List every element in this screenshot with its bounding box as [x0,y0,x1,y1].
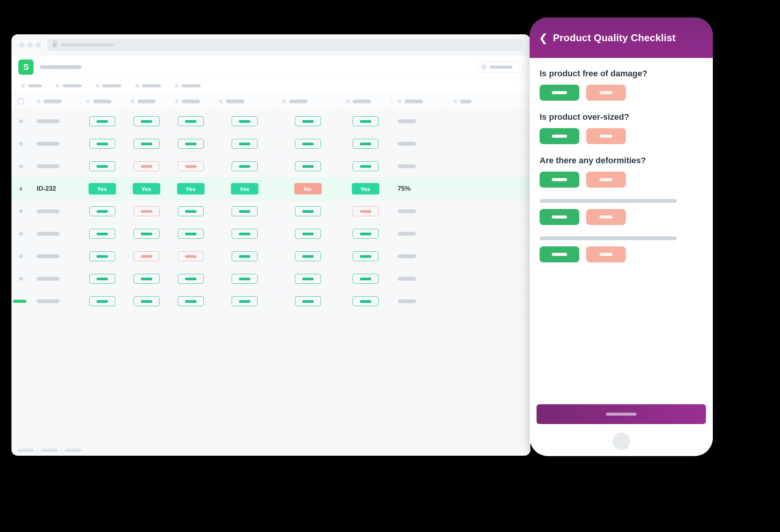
answer-yes-button[interactable] [540,172,579,188]
browser-chrome [11,34,530,56]
status-tag [134,296,160,306]
status-tag [178,206,204,216]
question-text: Are there any deformities? [540,156,703,166]
status-tag [353,251,379,261]
row-index-placeholder [19,254,23,258]
row-score: 75% [398,185,411,193]
status-segment [65,449,82,452]
status-tag [353,161,379,171]
column-header[interactable] [137,100,156,103]
row-score-placeholder [398,232,416,236]
table-row-active[interactable]: 4 ID-232 Yes Yes Yes Yes No Yes 75% [11,178,530,200]
table-row[interactable] [11,290,530,313]
submit-button[interactable] [537,404,706,424]
table-row[interactable] [11,133,530,155]
table-row[interactable] [11,200,530,223]
account-menu[interactable] [478,61,524,73]
status-tag [295,161,321,171]
app-title-placeholder [40,65,82,69]
status-tag [353,139,379,149]
status-tag [353,206,379,216]
column-header[interactable] [44,100,62,103]
column-header[interactable] [289,100,308,103]
column-header[interactable] [353,100,371,103]
answer-yes-button[interactable] [540,85,579,101]
status-tag [134,139,160,149]
status-tag [295,296,321,306]
row-score-placeholder [398,164,416,168]
status-tag [178,139,204,149]
account-name-placeholder [490,66,512,69]
answer-no-button[interactable] [586,172,626,188]
row-id-placeholder [37,254,60,258]
answer-no-button[interactable] [586,209,626,225]
status-tag [178,229,204,239]
status-tag [89,161,115,171]
column-header[interactable] [93,100,111,103]
answer-yes-button[interactable] [540,209,579,225]
table-row[interactable] [11,268,530,290]
toolbar-item[interactable] [175,84,201,88]
row-id-placeholder [37,277,60,281]
status-tag [232,229,258,239]
maximize-icon[interactable] [36,42,41,48]
column-icon [37,100,40,103]
status-badge: No [294,183,322,194]
browser-window: S [11,34,530,456]
status-segment [41,449,58,452]
table-row[interactable] [11,223,530,245]
answer-no-button[interactable] [586,85,626,101]
toolbar [11,79,530,93]
status-badge: Yes [231,183,258,194]
select-all-checkbox[interactable] [18,98,24,104]
mobile-title: Product Quality Checklist [553,32,675,44]
toolbar-item[interactable] [135,84,161,88]
status-tag [89,116,115,126]
row-score-placeholder [398,209,416,213]
status-bar [11,445,530,456]
row-id-placeholder [37,119,60,123]
active-indicator [13,300,26,303]
status-badge: Yes [352,183,379,194]
status-tag [89,274,115,284]
column-header[interactable] [182,100,200,103]
row-score-placeholder [398,299,416,303]
row-id-placeholder [37,142,60,146]
table-row[interactable] [11,155,530,178]
status-tag [232,274,258,284]
table-row[interactable] [11,110,530,133]
back-icon[interactable]: ❮ [539,32,548,44]
row-index-placeholder [19,232,23,236]
avatar [481,64,487,70]
column-header[interactable] [460,100,472,103]
column-header[interactable] [405,100,423,103]
answer-yes-button[interactable] [540,128,579,144]
column-icon [398,100,401,103]
column-header[interactable] [226,100,244,103]
answer-no-button[interactable] [586,128,626,144]
row-id-placeholder [37,164,60,168]
status-tag [232,116,258,126]
status-tag [89,139,115,149]
table-row[interactable] [11,245,530,268]
url-bar[interactable] [47,39,523,51]
app-logo[interactable]: S [18,59,34,75]
toolbar-item[interactable] [95,84,121,88]
table-header-row [11,93,530,110]
minimize-icon[interactable] [27,42,33,48]
submit-label-placeholder [606,413,637,416]
column-icon [346,100,350,103]
app-header: S [11,56,530,79]
column-icon [86,100,90,103]
status-tag [89,229,115,239]
window-controls [19,42,41,48]
home-indicator[interactable] [612,432,630,450]
close-icon[interactable] [19,42,24,48]
toolbar-item[interactable] [21,84,42,88]
status-tag [353,274,379,284]
answer-no-button[interactable] [586,246,626,262]
toolbar-item[interactable] [56,84,82,88]
row-index-placeholder [19,209,23,213]
row-id-placeholder [37,299,60,303]
answer-yes-button[interactable] [540,246,579,262]
